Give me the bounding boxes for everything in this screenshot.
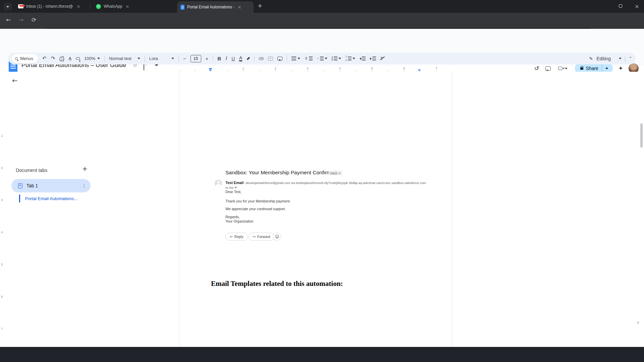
- ruler-number: 6: [403, 67, 405, 70]
- clear-formatting-icon[interactable]: T: [380, 56, 383, 61]
- video-call-button[interactable]: [558, 67, 568, 70]
- print-icon[interactable]: [59, 58, 64, 61]
- font-size-input[interactable]: 15: [191, 55, 201, 62]
- zoom-select[interactable]: 100%: [84, 56, 100, 61]
- numbered-list-icon[interactable]: 12: [345, 55, 355, 62]
- chevron-down-icon: [338, 58, 341, 59]
- share-dropdown-icon[interactable]: [605, 68, 608, 69]
- version-history-icon[interactable]: ↺: [534, 65, 539, 71]
- maximize-icon: [619, 4, 622, 8]
- hide-tabs-back-button[interactable]: ←: [12, 77, 18, 84]
- windows-taskbar: 78°F Mostly sunny Search ▶ >_ pg: [0, 347, 644, 362]
- vruler-number: 1: [1, 134, 3, 137]
- left-indent-marker[interactable]: [209, 68, 212, 71]
- chevron-down-icon: [325, 58, 327, 59]
- google-docs-icon: [180, 5, 184, 10]
- close-tab-icon[interactable]: [237, 4, 242, 10]
- increase-indent-icon[interactable]: [370, 57, 376, 60]
- gmail-icon: [18, 4, 23, 8]
- page-left-edge: [179, 72, 179, 347]
- italic-button[interactable]: I: [225, 56, 227, 61]
- paint-format-icon[interactable]: [76, 57, 80, 60]
- search-menus-button[interactable]: Menus: [12, 54, 38, 63]
- video-camera-icon: [558, 67, 562, 70]
- close-tab-icon[interactable]: [125, 4, 130, 9]
- document-heading[interactable]: Email Templates related to this automati…: [211, 280, 343, 288]
- vertical-scrollbar-thumb[interactable]: [640, 123, 643, 147]
- email-from-line: Test Emaildevelopertwinforce@gmail.com v…: [225, 181, 426, 185]
- browser-tab-gmail[interactable]: Inbox (1) - ishann.tforce@gmai: [15, 0, 88, 13]
- search-icon: [15, 57, 18, 60]
- forward-button[interactable]: →: [19, 17, 23, 23]
- tab-title: Inbox (1) - ishann.tforce@gmai: [26, 4, 73, 9]
- browser-tabstrip: Inbox (1) - ishann.tforce@gmai ✆ WhatsAp…: [0, 0, 644, 13]
- redo-icon[interactable]: ↷: [51, 56, 55, 61]
- chevron-down-icon: [565, 68, 568, 69]
- tab-options-kebab-icon[interactable]: ⋮: [82, 183, 87, 188]
- insert-link-icon[interactable]: [259, 57, 264, 60]
- reload-button[interactable]: ⟳: [32, 17, 36, 23]
- browser-address-bar: ← → ⟳ docs.google.com/document/d/1jpc3R6…: [0, 13, 644, 29]
- editing-mode-select[interactable]: ✎ Editing ⌃: [589, 55, 632, 62]
- vruler-number: 6: [1, 295, 3, 298]
- document-tab-item-selected[interactable]: Tab 1 ⋮: [11, 179, 91, 192]
- gemini-sparkle-icon[interactable]: ✦: [618, 65, 623, 71]
- spell-check-icon[interactable]: A: [68, 56, 71, 61]
- reply-arrow-icon: ↩: [230, 235, 233, 239]
- move-to-folder-icon[interactable]: [144, 64, 144, 70]
- vruler-number: 5: [1, 263, 3, 266]
- outline-indicator-bar: [19, 194, 20, 202]
- undo-icon[interactable]: ↶: [42, 56, 47, 61]
- line-spacing-icon[interactable]: ↕: [305, 57, 312, 60]
- screen: Inbox (1) - ishann.tforce@gmai ✆ WhatsAp…: [0, 0, 644, 362]
- bold-button[interactable]: B: [217, 56, 221, 61]
- page-right-edge: [452, 72, 452, 347]
- increase-font-size-button[interactable]: +: [206, 56, 209, 61]
- tab-title: Portal Email Automations – Use: [187, 5, 234, 9]
- vruler-number: 7: [1, 327, 3, 330]
- show-side-panel-icon[interactable]: ‹: [637, 320, 639, 325]
- ruler-number: 7: [435, 67, 437, 70]
- sender-name: Test Email: [225, 181, 244, 185]
- tab-title: WhatsApp: [104, 4, 122, 9]
- outline-heading-link[interactable]: Portal Email Automations...: [25, 196, 77, 201]
- pencil-icon: ✎: [589, 56, 593, 61]
- insert-image-icon[interactable]: [277, 57, 282, 61]
- share-divider: [602, 65, 602, 72]
- ruler-number: 2: [274, 67, 276, 70]
- window-close-button[interactable]: [635, 4, 639, 9]
- browser-tab-whatsapp[interactable]: ✆ WhatsApp: [93, 0, 168, 13]
- highlight-color-icon[interactable]: [247, 57, 250, 60]
- close-tab-icon[interactable]: [76, 4, 81, 9]
- align-select[interactable]: [291, 57, 300, 60]
- email-body-line: Regards,: [225, 215, 240, 219]
- chevron-down-icon: [138, 58, 140, 59]
- tab-search-button[interactable]: [3, 3, 12, 11]
- comments-icon[interactable]: [545, 66, 551, 71]
- email-body-line: Thank you for your Membership payment.: [225, 199, 290, 203]
- add-comment-icon[interactable]: [268, 57, 273, 61]
- bulleted-list-icon[interactable]: [332, 57, 341, 60]
- horizontal-ruler[interactable]: 1 2 3 4 5 6 7: [179, 66, 452, 72]
- paragraph-style-select[interactable]: Normal text: [109, 56, 140, 61]
- email-recipients: to me: [225, 186, 237, 189]
- whatsapp-icon: ✆: [96, 4, 101, 9]
- collapse-toolbar-icon[interactable]: ⌃: [629, 56, 632, 61]
- chip-dismiss-icon: ×: [339, 172, 340, 175]
- right-indent-marker[interactable]: [418, 69, 421, 71]
- checklist-icon[interactable]: ✓: [317, 57, 328, 60]
- underline-button[interactable]: U: [231, 56, 235, 61]
- browser-tab-docs-active[interactable]: Portal Email Automations – Use: [177, 1, 254, 13]
- ruler-number: 1: [242, 67, 244, 70]
- chevron-down-icon: [298, 58, 300, 59]
- tab-divider: [90, 4, 90, 9]
- add-tab-button[interactable]: +: [82, 166, 88, 172]
- text-color-button[interactable]: A: [239, 56, 242, 62]
- decrease-font-size-button[interactable]: −: [183, 56, 186, 61]
- close-icon: [635, 4, 639, 9]
- window-maximize-button[interactable]: [619, 4, 622, 8]
- decrease-indent-icon[interactable]: [360, 57, 366, 60]
- font-family-select[interactable]: Lora: [149, 56, 174, 61]
- new-tab-button[interactable]: +: [258, 3, 262, 9]
- back-button[interactable]: ←: [6, 17, 11, 23]
